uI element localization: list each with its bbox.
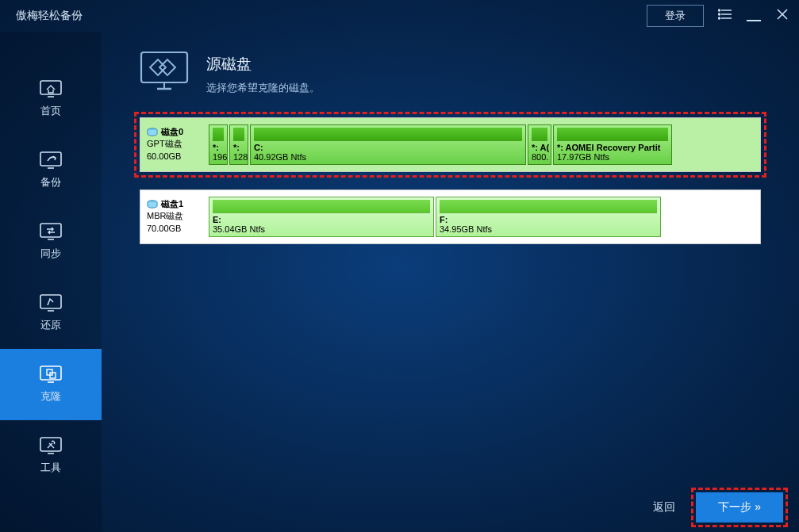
partition-usage-bar — [233, 128, 244, 141]
backup-icon — [40, 151, 62, 169]
next-button-highlight: 下一步 » — [696, 492, 783, 522]
sync-icon — [40, 223, 62, 240]
partition-detail: 196. — [213, 152, 228, 162]
disk-icon — [147, 200, 158, 209]
partition[interactable]: E:35.04GB Ntfs — [209, 197, 434, 237]
titlebar-controls: 登录 — [647, 5, 789, 27]
partition[interactable]: *:128. — [229, 124, 248, 165]
svg-point-5 — [719, 17, 720, 19]
partition-usage-bar — [213, 128, 224, 141]
svg-rect-23 — [150, 59, 166, 75]
clone-icon — [40, 366, 62, 383]
sidebar-item-clone[interactable]: 克隆 — [0, 349, 102, 420]
partition-label: F: — [440, 215, 657, 224]
partition-detail: 800. — [532, 152, 548, 162]
partition-label: C: — [254, 143, 522, 152]
partition[interactable]: *:196. — [209, 124, 228, 165]
svg-rect-12 — [40, 224, 61, 237]
svg-rect-22 — [141, 52, 187, 82]
nav-label: 同步 — [40, 247, 61, 261]
partition-usage-bar — [557, 128, 668, 141]
partition[interactable]: *: AOMEI Recovery Partit17.97GB Ntfs — [553, 124, 672, 165]
sidebar-item-tools[interactable]: 工具 — [0, 420, 102, 492]
sidebar-item-backup[interactable]: 备份 — [0, 135, 102, 206]
disk-type: MBR磁盘 — [147, 210, 207, 222]
partition-label: *: — [233, 143, 244, 152]
disk-info: 磁盘1MBR磁盘70.00GB — [147, 197, 207, 237]
close-button[interactable] — [775, 9, 789, 23]
back-button[interactable]: 返回 — [642, 494, 686, 521]
sidebar-item-restore[interactable]: 还原 — [0, 277, 102, 349]
disk-card[interactable]: 磁盘0GPT磁盘60.00GB*:196.*:128.C:40.92GB Ntf… — [140, 117, 761, 172]
restore-icon — [40, 294, 62, 312]
disk-card[interactable]: 磁盘1MBR磁盘70.00GBE:35.04GB NtfsF:34.95GB N… — [140, 189, 761, 244]
partition-usage-bar — [532, 128, 547, 141]
disk-icon — [147, 128, 158, 137]
login-button[interactable]: 登录 — [647, 5, 704, 27]
partition-detail: 17.97GB Ntfs — [557, 152, 609, 162]
nav-label: 工具 — [40, 461, 61, 475]
partition-usage-bar — [213, 200, 430, 213]
page-title: 源磁盘 — [206, 54, 320, 75]
partition-label: *: — [213, 143, 224, 152]
svg-point-4 — [719, 13, 720, 15]
nav-label: 还原 — [40, 318, 61, 332]
partition-detail: 40.92GB Ntfs — [254, 152, 306, 162]
partition-label: E: — [213, 215, 430, 224]
tools-icon — [40, 437, 62, 454]
disk-size: 70.00GB — [147, 223, 207, 235]
minimize-button[interactable] — [747, 15, 761, 17]
nav-label: 克隆 — [40, 389, 61, 404]
main-panel: 源磁盘 选择您希望克隆的磁盘。 磁盘0GPT磁盘60.00GB*:196.*:1… — [102, 32, 799, 532]
svg-rect-10 — [40, 152, 61, 166]
partition-label: *: AOMEI Recovery Partit — [557, 143, 668, 152]
partition-detail: 35.04GB Ntfs — [213, 224, 265, 234]
disk-type: GPT磁盘 — [147, 138, 207, 150]
partition-detail: 34.95GB Ntfs — [440, 224, 492, 234]
svg-rect-24 — [159, 59, 175, 75]
home-icon — [40, 80, 62, 98]
partition-usage-bar — [254, 128, 522, 141]
disk-name: 磁盘0 — [147, 126, 207, 138]
source-disk-icon — [140, 51, 189, 90]
partition[interactable]: *: A(800. — [528, 124, 551, 165]
sidebar-item-sync[interactable]: 同步 — [0, 206, 102, 277]
disk-list: 磁盘0GPT磁盘60.00GB*:196.*:128.C:40.92GB Ntf… — [140, 117, 761, 244]
menu-list-icon[interactable] — [718, 9, 732, 23]
partition-usage-bar — [440, 200, 657, 213]
svg-rect-14 — [40, 295, 61, 308]
partition-label: *: A( — [532, 143, 547, 152]
partition[interactable]: C:40.92GB Ntfs — [250, 124, 526, 165]
disk-info: 磁盘0GPT磁盘60.00GB — [147, 124, 207, 165]
nav-label: 首页 — [40, 104, 61, 118]
disk-name: 磁盘1 — [147, 198, 207, 210]
next-button[interactable]: 下一步 » — [696, 492, 783, 522]
partition-detail: 128. — [233, 152, 248, 162]
app-title: 傲梅轻松备份 — [16, 9, 83, 23]
partition[interactable]: F:34.95GB Ntfs — [436, 197, 661, 237]
sidebar: 首页 备份 同步 还原 克隆 工具 — [0, 32, 102, 532]
page-subtitle: 选择您希望克隆的磁盘。 — [206, 81, 320, 95]
svg-point-3 — [719, 10, 720, 11]
page-header: 源磁盘 选择您希望克隆的磁盘。 — [140, 51, 761, 95]
sidebar-item-home[interactable]: 首页 — [0, 63, 102, 135]
nav-label: 备份 — [40, 175, 61, 189]
disk-size: 60.00GB — [147, 151, 207, 163]
footer-actions: 返回 下一步 » — [642, 492, 783, 522]
titlebar: 傲梅轻松备份 登录 — [0, 0, 799, 32]
